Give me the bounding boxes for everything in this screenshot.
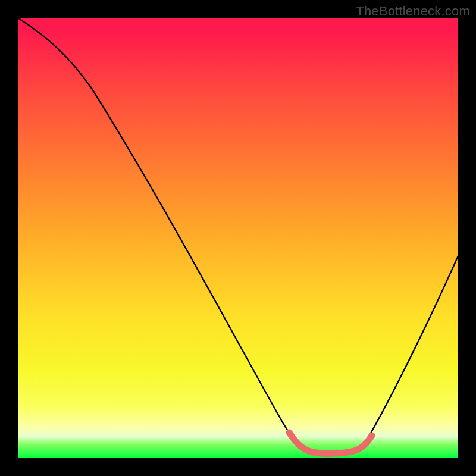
outer-frame: TheBottleneck.com [0,0,476,476]
plot-area [18,18,458,458]
watermark-text: TheBottleneck.com [356,4,470,19]
bottleneck-curve [18,18,458,453]
flat-min-segment [289,433,372,453]
curve-svg [18,18,458,458]
